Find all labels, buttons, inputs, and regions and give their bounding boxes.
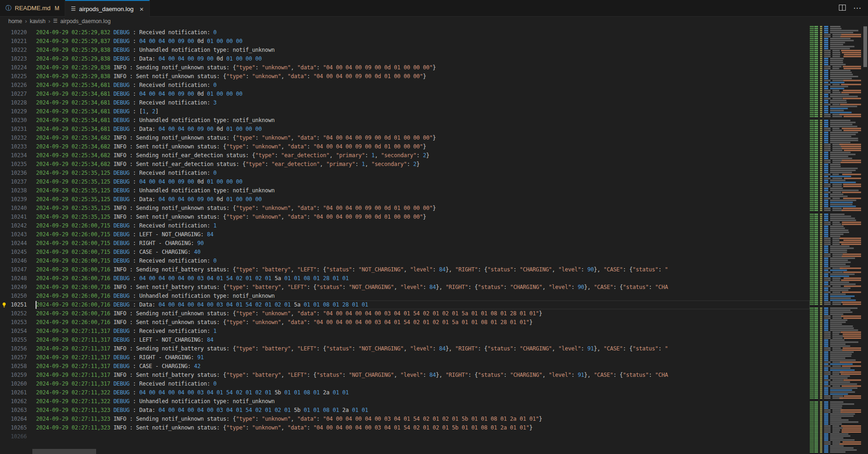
log-line-text[interactable]: 2024-09-29 02:27:11,317 INFO : Sending n… [36,344,810,353]
log-line[interactable]: 102242024-09-29 02:25:29,838 INFO : Send… [0,63,810,72]
log-line-text[interactable]: 2024-09-29 02:25:34,681 DEBUG : Received… [36,81,810,90]
line-number[interactable]: 10264 [0,415,27,423]
log-line-text[interactable]: 2024-09-29 02:25:34,681 DEBUG : 04 00 04… [36,90,810,98]
log-line[interactable]: 102542024-09-29 02:27:11,317 DEBUG : Rec… [0,327,810,336]
horizontal-scrollbar[interactable] [0,449,810,454]
log-line[interactable]: 102372024-09-29 02:25:35,125 DEBUG : 04 … [0,178,810,186]
log-line[interactable]: 102332024-09-29 02:25:34,682 INFO : Sent… [0,142,810,151]
log-line-text[interactable]: 2024-09-29 02:26:00,716 DEBUG : Data: 04… [36,301,810,309]
line-number[interactable]: 10243 [0,230,27,239]
vertical-scrollbar-thumb[interactable] [863,26,867,67]
log-line-text[interactable]: 2024-09-29 02:25:29,837 DEBUG : 04 00 04… [36,37,810,46]
line-number[interactable]: 10221 [0,37,27,46]
log-line[interactable]: 102252024-09-29 02:25:29,838 INFO : Sent… [0,72,810,81]
log-line[interactable]: 102562024-09-29 02:27:11,317 INFO : Send… [0,344,810,353]
log-line[interactable]: 102302024-09-29 02:25:34,681 DEBUG : Unh… [0,116,810,125]
line-number[interactable]: 10226 [0,81,27,90]
line-number[interactable]: 10242 [0,221,27,230]
log-line-text[interactable]: 2024-09-29 02:27:11,317 INFO : Sent noti… [36,371,810,380]
more-actions-icon[interactable]: ⋯ [853,3,862,13]
log-line-text[interactable]: 2024-09-29 02:26:00,715 DEBUG : Received… [36,257,810,265]
log-line[interactable]: 102482024-09-29 02:26:00,716 DEBUG : 04 … [0,274,810,283]
log-line-text[interactable]: 2024-09-29 02:26:00,716 INFO : Sending n… [36,309,810,318]
log-line[interactable]: 102462024-09-29 02:26:00,715 DEBUG : Rec… [0,257,810,265]
line-number[interactable]: 10256 [0,344,27,353]
log-line[interactable]: 102512024-09-29 02:26:00,716 DEBUG : Dat… [0,301,810,309]
log-line[interactable]: 102402024-09-29 02:25:35,125 INFO : Send… [0,204,810,213]
log-line[interactable]: 102572024-09-29 02:27:11,317 DEBUG : RIG… [0,353,810,362]
log-line[interactable]: 102612024-09-29 02:27:11,322 DEBUG : 04 … [0,388,810,397]
line-number[interactable]: 10220 [0,28,27,37]
log-line[interactable]: 102322024-09-29 02:25:34,682 INFO : Send… [0,134,810,142]
line-number[interactable]: 10252 [0,309,27,318]
log-line-text[interactable]: 2024-09-29 02:26:00,715 DEBUG : Received… [36,221,810,230]
split-editor-icon[interactable] [839,4,846,12]
line-number[interactable]: 10237 [0,178,27,186]
log-line[interactable]: 102412024-09-29 02:25:35,125 INFO : Sent… [0,213,810,221]
log-line[interactable]: 102442024-09-29 02:26:00,715 DEBUG : RIG… [0,239,810,248]
log-line[interactable]: 102362024-09-29 02:25:35,125 DEBUG : Rec… [0,169,810,178]
log-line-text[interactable]: 2024-09-29 02:26:00,716 INFO : Sent noti… [36,283,810,292]
log-line[interactable]: 102652024-09-29 02:27:11,323 INFO : Sent… [0,423,810,432]
log-line-text[interactable]: 2024-09-29 02:27:11,317 DEBUG : LEFT - N… [36,336,810,344]
log-line-text[interactable]: 2024-09-29 02:25:35,125 INFO : Sending n… [36,204,810,213]
tab-readme[interactable]: ⓘ README.md M [0,0,65,16]
log-line[interactable]: 102212024-09-29 02:25:29,837 DEBUG : 04 … [0,37,810,46]
log-line-text[interactable]: 2024-09-29 02:25:35,125 DEBUG : Unhandle… [36,186,810,195]
log-line-text[interactable]: 2024-09-29 02:25:35,125 DEBUG : 04 00 04… [36,178,810,186]
log-line[interactable]: 102432024-09-29 02:26:00,715 DEBUG : LEF… [0,230,810,239]
line-number[interactable]: 10240 [0,204,27,213]
breadcrumb-kavish[interactable]: kavish [30,18,45,25]
log-line[interactable]: 102422024-09-29 02:26:00,715 DEBUG : Rec… [0,221,810,230]
line-number[interactable]: 10245 [0,248,27,257]
line-number[interactable]: 10246 [0,257,27,265]
line-number[interactable]: 10231 [0,125,27,134]
log-line-text[interactable]: 2024-09-29 02:27:11,323 INFO : Sending n… [36,415,810,423]
tab-airpods-daemon-log[interactable]: ☰ airpods_daemon.log × [65,0,149,17]
log-line-text[interactable]: 2024-09-29 02:25:29,838 INFO : Sent noti… [36,72,810,81]
log-line-text[interactable]: 2024-09-29 02:25:29,832 DEBUG : Received… [36,28,810,37]
line-number[interactable]: 10223 [0,55,27,63]
editor-pane[interactable]: 102202024-09-29 02:25:29,832 DEBUG : Rec… [0,25,868,454]
line-number[interactable]: 10241 [0,213,27,221]
log-line[interactable]: 102622024-09-29 02:27:11,322 DEBUG : Unh… [0,397,810,406]
breadcrumb-filename[interactable]: airpods_daemon.log [61,18,111,25]
log-line[interactable]: 102452024-09-29 02:26:00,715 DEBUG : CAS… [0,248,810,257]
log-line[interactable]: 102592024-09-29 02:27:11,317 INFO : Sent… [0,371,810,380]
line-number[interactable]: 10233 [0,142,27,151]
log-line[interactable]: 102202024-09-29 02:25:29,832 DEBUG : Rec… [0,28,810,37]
line-number[interactable]: 10262 [0,397,27,406]
line-number[interactable]: 10260 [0,380,27,388]
log-line-text[interactable]: 2024-09-29 02:26:00,716 DEBUG : Unhandle… [36,292,810,301]
log-line-text[interactable]: 2024-09-29 02:26:00,715 DEBUG : RIGHT - … [36,239,810,248]
log-line-text[interactable]: 2024-09-29 02:25:34,681 DEBUG : Unhandle… [36,116,810,125]
log-line-text[interactable]: 2024-09-29 02:27:11,322 DEBUG : 04 00 04… [36,388,810,397]
log-line-text[interactable]: 2024-09-29 02:25:35,125 INFO : Sent noti… [36,213,810,221]
log-line[interactable]: 102342024-09-29 02:25:34,682 INFO : Send… [0,151,810,160]
log-line-text[interactable]: 2024-09-29 02:25:29,838 INFO : Sending n… [36,63,810,72]
log-line[interactable]: 102382024-09-29 02:25:35,125 DEBUG : Unh… [0,186,810,195]
horizontal-scrollbar-thumb[interactable] [32,449,96,454]
log-line[interactable]: 102532024-09-29 02:26:00,716 INFO : Sent… [0,318,810,327]
log-line[interactable]: 102232024-09-29 02:25:29,838 DEBUG : Dat… [0,55,810,63]
log-line[interactable]: 102472024-09-29 02:26:00,716 INFO : Send… [0,265,810,274]
log-line-text[interactable]: 2024-09-29 02:27:11,317 DEBUG : CASE - C… [36,362,810,371]
line-number[interactable]: 10261 [0,388,27,397]
line-number[interactable]: 10222 [0,46,27,55]
line-number[interactable]: 10235 [0,160,27,169]
log-line-text[interactable]: 2024-09-29 02:27:11,323 DEBUG : Data: 04… [36,406,810,415]
log-line[interactable]: 102632024-09-29 02:27:11,323 DEBUG : Dat… [0,406,810,415]
log-line-text[interactable]: 2024-09-29 02:27:11,322 DEBUG : Unhandle… [36,397,810,406]
log-line[interactable]: 102502024-09-29 02:26:00,716 DEBUG : Unh… [0,292,810,301]
log-line[interactable]: 102392024-09-29 02:25:35,125 DEBUG : Dat… [0,195,810,204]
log-line-text[interactable]: 2024-09-29 02:26:00,716 INFO : Sending n… [36,265,810,274]
log-line[interactable]: 102492024-09-29 02:26:00,716 INFO : Sent… [0,283,810,292]
line-number[interactable]: 10232 [0,134,27,142]
log-line-text[interactable]: 2024-09-29 02:25:34,682 INFO : Sent noti… [36,160,810,169]
log-line[interactable]: 102522024-09-29 02:26:00,716 INFO : Send… [0,309,810,318]
line-number[interactable]: 10247 [0,265,27,274]
breadcrumb-home[interactable]: home [8,18,22,25]
line-number[interactable]: 10227 [0,90,27,98]
log-line[interactable]: 102602024-09-29 02:27:11,317 DEBUG : Rec… [0,380,810,388]
log-line-text[interactable]: 2024-09-29 02:25:34,682 INFO : Sending n… [36,134,810,142]
